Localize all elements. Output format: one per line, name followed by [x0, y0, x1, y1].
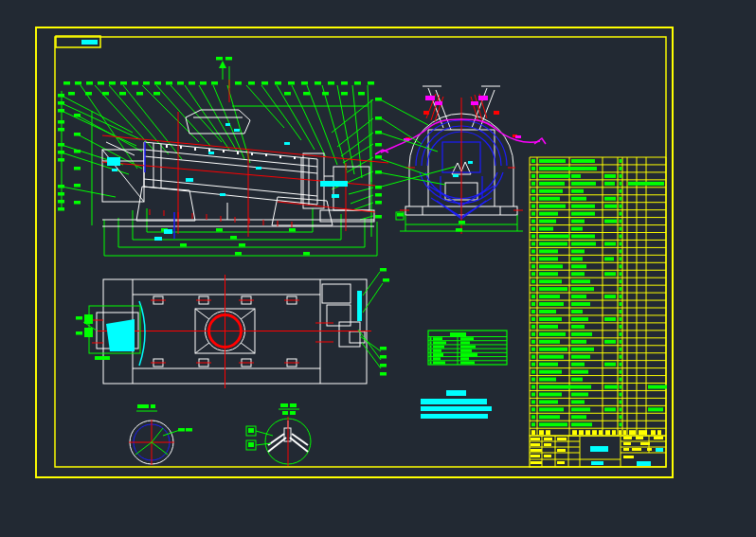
- liner-highlight: [106, 319, 135, 351]
- cad-viewport: [0, 0, 756, 537]
- drawing-canvas[interactable]: [0, 0, 756, 537]
- corner-label: [81, 40, 98, 45]
- canvas-background: [0, 0, 756, 537]
- cyan-strip: [357, 291, 362, 321]
